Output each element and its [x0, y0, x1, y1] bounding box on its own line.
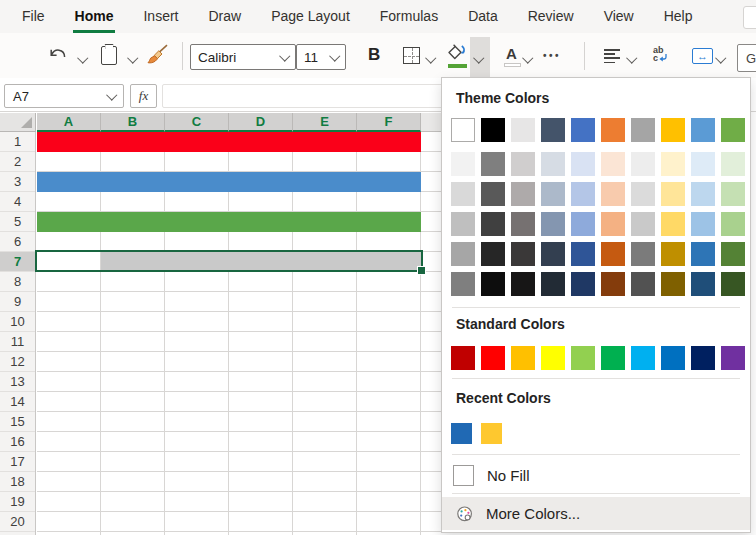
ribbon-tab-page-layout[interactable]: Page Layout [271, 0, 350, 33]
window-edge-button[interactable] [743, 6, 756, 29]
theme-variant-swatch[interactable] [601, 242, 625, 266]
align-button[interactable] [604, 49, 620, 63]
more-colors-item[interactable]: More Colors... [442, 497, 750, 530]
ribbon-tab-formulas[interactable]: Formulas [380, 0, 438, 33]
wrap-text-button[interactable]: ab c [653, 46, 675, 62]
theme-color-swatch[interactable] [601, 118, 625, 142]
ribbon-tab-file[interactable]: File [22, 0, 45, 33]
column-header-a[interactable]: A [37, 113, 101, 132]
ribbon-tab-insert[interactable]: Insert [143, 0, 178, 33]
ribbon-tab-view[interactable]: View [604, 0, 634, 33]
theme-color-swatch[interactable] [631, 118, 655, 142]
theme-variant-swatch[interactable] [721, 152, 745, 176]
theme-variant-swatch[interactable] [601, 152, 625, 176]
name-box[interactable]: A7 [4, 84, 124, 108]
format-painter-button[interactable] [146, 44, 169, 69]
theme-variant-swatch[interactable] [721, 212, 745, 236]
ribbon-tab-draw[interactable]: Draw [208, 0, 241, 33]
theme-variant-swatch[interactable] [541, 212, 565, 236]
theme-variant-swatch[interactable] [691, 212, 715, 236]
font-color-button[interactable]: A [506, 45, 517, 62]
recent-color-swatch[interactable] [451, 423, 472, 444]
theme-color-swatch[interactable] [571, 118, 595, 142]
theme-variant-swatch[interactable] [511, 242, 535, 266]
theme-variant-swatch[interactable] [451, 152, 475, 176]
row-header-19[interactable]: 19 [0, 492, 35, 512]
theme-variant-swatch[interactable] [631, 182, 655, 206]
theme-variant-swatch[interactable] [691, 182, 715, 206]
standard-color-swatch[interactable] [601, 346, 625, 370]
theme-variant-swatch[interactable] [511, 152, 535, 176]
row-header-9[interactable]: 9 [0, 292, 35, 312]
font-size-select[interactable]: 11 [296, 44, 346, 70]
column-header-d[interactable]: D [229, 113, 293, 132]
theme-color-swatch[interactable] [691, 118, 715, 142]
row-header-1[interactable]: 1 [0, 132, 35, 152]
theme-color-swatch[interactable] [541, 118, 565, 142]
standard-color-swatch[interactable] [511, 346, 535, 370]
theme-color-swatch[interactable] [721, 118, 745, 142]
theme-variant-swatch[interactable] [571, 212, 595, 236]
row-header-7[interactable]: 7 [0, 252, 35, 272]
font-name-select[interactable]: Calibri [190, 44, 296, 70]
standard-color-swatch[interactable] [661, 346, 685, 370]
row-header-6[interactable]: 6 [0, 232, 35, 252]
standard-color-swatch[interactable] [631, 346, 655, 370]
theme-variant-swatch[interactable] [661, 242, 685, 266]
row-header-18[interactable]: 18 [0, 472, 35, 492]
theme-variant-swatch[interactable] [481, 242, 505, 266]
theme-variant-swatch[interactable] [601, 272, 625, 296]
ribbon-tab-help[interactable]: Help [664, 0, 693, 33]
grid-canvas[interactable] [37, 132, 441, 535]
fill-handle[interactable] [417, 266, 426, 275]
merge-cells-button[interactable]: ↔ [692, 48, 713, 64]
standard-color-swatch[interactable] [721, 346, 745, 370]
theme-variant-swatch[interactable] [691, 152, 715, 176]
theme-variant-swatch[interactable] [601, 182, 625, 206]
theme-variant-swatch[interactable] [661, 182, 685, 206]
paste-chevron-icon[interactable] [127, 52, 138, 63]
theme-variant-swatch[interactable] [571, 242, 595, 266]
row-header-5[interactable]: 5 [0, 212, 35, 232]
theme-variant-swatch[interactable] [451, 212, 475, 236]
paste-button[interactable] [101, 46, 117, 65]
font-color-chevron-icon[interactable] [522, 52, 533, 63]
row-header-4[interactable]: 4 [0, 192, 35, 212]
borders-button[interactable] [403, 47, 420, 64]
theme-variant-swatch[interactable] [481, 182, 505, 206]
theme-variant-swatch[interactable] [661, 272, 685, 296]
theme-variant-swatch[interactable] [721, 182, 745, 206]
standard-color-swatch[interactable] [451, 346, 475, 370]
theme-variant-swatch[interactable] [481, 212, 505, 236]
theme-variant-swatch[interactable] [541, 272, 565, 296]
column-header-g-partial[interactable] [421, 113, 441, 132]
theme-variant-swatch[interactable] [451, 272, 475, 296]
theme-variant-swatch[interactable] [511, 272, 535, 296]
more-options-button[interactable]: ••• [543, 50, 561, 61]
column-header-b[interactable]: B [101, 113, 165, 132]
theme-variant-swatch[interactable] [601, 212, 625, 236]
standard-color-swatch[interactable] [691, 346, 715, 370]
row-header-16[interactable]: 16 [0, 432, 35, 452]
theme-variant-swatch[interactable] [481, 152, 505, 176]
theme-variant-swatch[interactable] [661, 212, 685, 236]
theme-variant-swatch[interactable] [541, 242, 565, 266]
theme-variant-swatch[interactable] [511, 212, 535, 236]
select-all-corner[interactable] [0, 113, 36, 132]
number-format-button[interactable]: G [737, 44, 756, 72]
align-chevron-icon[interactable] [626, 52, 637, 63]
theme-variant-swatch[interactable] [511, 182, 535, 206]
row-header-17[interactable]: 17 [0, 452, 35, 472]
no-fill-item[interactable]: No Fill [442, 459, 750, 492]
theme-variant-swatch[interactable] [631, 242, 655, 266]
theme-variant-swatch[interactable] [631, 272, 655, 296]
theme-variant-swatch[interactable] [571, 272, 595, 296]
theme-color-swatch[interactable] [661, 118, 685, 142]
standard-color-swatch[interactable] [481, 346, 505, 370]
ribbon-tab-data[interactable]: Data [468, 0, 498, 33]
theme-variant-swatch[interactable] [691, 242, 715, 266]
ribbon-tab-home[interactable]: Home [75, 0, 114, 33]
column-header-c[interactable]: C [165, 113, 229, 132]
row-header-10[interactable]: 10 [0, 312, 35, 332]
ribbon-tab-review[interactable]: Review [528, 0, 574, 33]
